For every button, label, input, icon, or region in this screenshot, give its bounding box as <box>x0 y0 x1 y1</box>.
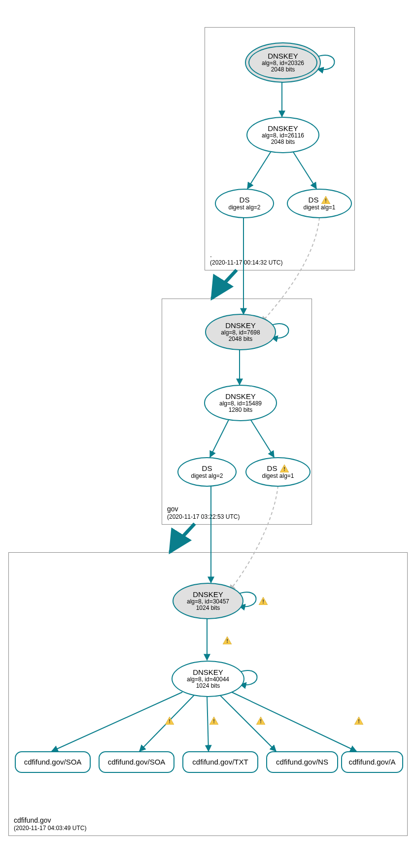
zone-gov-ts: (2020-11-17 03:22:53 UTC) <box>167 513 240 521</box>
svg-text:!: ! <box>169 718 171 724</box>
sub: 2048 bits <box>271 139 295 145</box>
svg-text:!: ! <box>227 638 229 644</box>
zone-leaf-name: cdfifund.gov <box>14 816 86 825</box>
warning-icon: ! <box>256 717 265 725</box>
label: DS <box>202 465 212 473</box>
label: DS <box>240 196 250 204</box>
warning-icon: ! <box>165 717 174 725</box>
sub: digest alg=2 <box>191 473 223 479</box>
node-root-ds1: DS ! digest alg=1 <box>287 189 352 218</box>
sub: digest alg=1 <box>262 473 294 479</box>
node-leaf-zsk: DNSKEY alg=8, id=40044 1024 bits <box>172 661 244 697</box>
warning-icon: ! <box>259 597 268 605</box>
svg-text:!: ! <box>260 718 262 724</box>
zone-leaf-ts: (2020-11-17 04:03:49 UTC) <box>14 825 86 833</box>
sub: 1024 bits <box>196 683 220 689</box>
rr-box: cdfifund.gov/SOA <box>99 751 174 773</box>
rr-label: cdfifund.gov/SOA <box>108 758 166 767</box>
svg-text:!: ! <box>284 466 286 472</box>
node-gov-ds2: DS digest alg=2 <box>177 457 237 487</box>
rr-box: cdfifund.gov/TXT <box>182 751 258 773</box>
rr-label: cdfifund.gov/TXT <box>192 758 248 767</box>
warning-icon: ! <box>223 636 232 644</box>
node-gov-zsk: DNSKEY alg=8, id=15489 1280 bits <box>204 385 277 421</box>
warning-icon: ! <box>321 196 330 204</box>
zone-root-name: . <box>210 250 282 259</box>
sub: 2048 bits <box>229 336 253 342</box>
warning-icon: ! <box>280 465 289 472</box>
node-root-ksk: DNSKEY alg=8, id=20326 2048 bits <box>245 42 321 83</box>
warning-icon: ! <box>354 717 363 725</box>
node-root-zsk: DNSKEY alg=8, id=26116 2048 bits <box>246 117 319 153</box>
node-root-ds2: DS digest alg=2 <box>215 189 274 218</box>
node-gov-ksk: DNSKEY alg=8, id=7698 2048 bits <box>205 314 276 350</box>
sub: 1024 bits <box>196 605 220 611</box>
sub: digest alg=2 <box>228 204 260 211</box>
sub: alg=8, id=20326 <box>262 60 304 67</box>
rr-label: cdfifund.gov/SOA <box>24 758 82 767</box>
rr-box: cdfifund.gov/SOA <box>15 751 91 773</box>
label: DNSKEY <box>268 52 298 61</box>
svg-text:!: ! <box>325 198 327 203</box>
rr-box: cdfifund.gov/A <box>341 751 403 773</box>
rr-label: cdfifund.gov/NS <box>276 758 328 767</box>
rr-label: cdfifund.gov/A <box>348 758 395 767</box>
sub: 2048 bits <box>271 67 295 73</box>
sub: digest alg=1 <box>303 204 335 211</box>
svg-text:!: ! <box>262 599 264 604</box>
label: DNSKEY <box>193 591 223 599</box>
zone-root-ts: (2020-11-17 00:14:32 UTC) <box>210 259 282 267</box>
node-leaf-ksk: DNSKEY alg=8, id=30457 1024 bits <box>173 583 243 619</box>
zone-gov-name: gov <box>167 504 240 513</box>
sub: 1280 bits <box>229 407 253 413</box>
svg-text:!: ! <box>358 718 360 724</box>
label: DNSKEY <box>225 322 256 330</box>
svg-text:!: ! <box>213 718 215 724</box>
warning-icon: ! <box>209 717 218 725</box>
label: DS <box>309 196 319 204</box>
label: DNSKEY <box>193 668 223 677</box>
rr-box: cdfifund.gov/NS <box>266 751 338 773</box>
node-gov-ds1: DS ! digest alg=1 <box>245 457 311 487</box>
label: DNSKEY <box>268 125 298 133</box>
label: DS <box>267 465 277 473</box>
label: DNSKEY <box>225 393 256 401</box>
